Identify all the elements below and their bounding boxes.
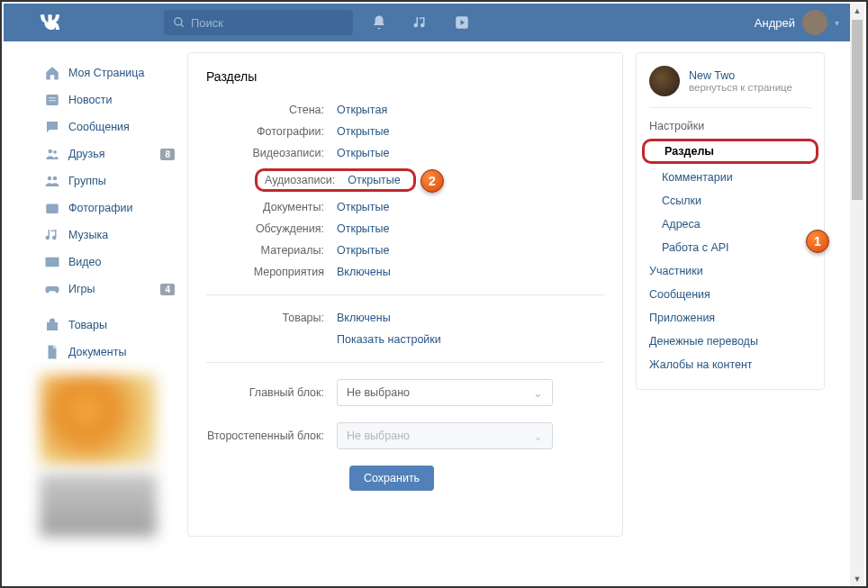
right-link-sections[interactable]: Разделы	[652, 145, 809, 158]
setting-label: Документы:	[206, 201, 337, 213]
nav-label: Моя Страница	[68, 67, 144, 79]
nav-item-video[interactable]: Видео	[40, 249, 175, 276]
setting-label: Обсуждения:	[206, 222, 337, 235]
right-link[interactable]: Ссылки	[637, 189, 824, 213]
nav-item-chat[interactable]: Сообщения	[40, 113, 175, 140]
nav-item-friends[interactable]: Друзья8	[40, 140, 175, 167]
search-icon	[173, 16, 185, 29]
setting-label: Аудиозаписи:	[261, 174, 348, 186]
nav-label: Друзья	[68, 148, 105, 160]
main-block-select[interactable]: Не выбрано ⌄	[337, 379, 553, 406]
nav-label: Фотографии	[68, 202, 132, 214]
user-avatar	[802, 10, 827, 35]
svg-rect-13	[46, 258, 48, 267]
groups-icon	[43, 172, 61, 190]
chevron-down-icon: ⌄	[533, 386, 543, 400]
news-icon	[43, 91, 61, 109]
svg-point-7	[53, 150, 57, 154]
badge: 8	[160, 149, 175, 160]
community-avatar	[649, 66, 680, 96]
right-link[interactable]: Комментарии	[637, 166, 824, 189]
nav-label: Музыка	[68, 229, 108, 241]
search-placeholder: Поиск	[191, 16, 223, 30]
play-icon[interactable]	[454, 14, 470, 31]
right-link[interactable]: Приложения	[637, 306, 824, 330]
setting-value[interactable]: Включены	[337, 266, 391, 278]
friends-icon	[43, 145, 61, 163]
svg-point-8	[48, 176, 52, 181]
bell-icon[interactable]	[371, 14, 387, 31]
setting-label: Стена:	[206, 104, 337, 116]
scroll-down-arrow[interactable]: ▼	[853, 574, 862, 583]
svg-rect-3	[46, 95, 59, 105]
home-icon	[43, 64, 61, 82]
nav-label: Видео	[68, 256, 102, 268]
setting-value[interactable]: Открытые	[337, 244, 390, 257]
search-input[interactable]: Поиск	[164, 10, 353, 35]
select-label-main: Главный блок:	[206, 386, 337, 399]
user-menu[interactable]: Андрей ▾	[755, 10, 839, 35]
video-icon	[43, 253, 61, 271]
right-link[interactable]: Участники	[637, 259, 824, 283]
svg-rect-14	[57, 258, 59, 267]
nav-item-games[interactable]: Игры4	[40, 276, 175, 303]
scrollbar[interactable]: ▲ ▼	[850, 4, 864, 586]
badge: 4	[160, 284, 175, 295]
top-icons	[371, 14, 470, 31]
right-link[interactable]: Работа с API	[637, 236, 824, 259]
nav-item-doc[interactable]: Документы	[40, 339, 175, 366]
nav-item-photo[interactable]: Фотографии	[40, 194, 175, 222]
secondary-block-select[interactable]: Не выбрано ⌄	[337, 422, 553, 449]
svg-point-9	[53, 176, 58, 181]
scroll-up-arrow[interactable]: ▲	[853, 6, 862, 15]
left-nav: Моя СтраницаНовостиСообщенияДрузья8Групп…	[40, 52, 175, 537]
setting-value[interactable]: Открытые	[337, 201, 390, 213]
setting-value[interactable]: Открытые	[337, 125, 390, 138]
right-link[interactable]: Жалобы на контент	[637, 353, 824, 376]
select-label-secondary: Второстепенный блок:	[206, 430, 337, 442]
setting-value-audio[interactable]: Открытые	[348, 174, 401, 186]
setting-label: Видеозаписи:	[206, 147, 337, 159]
nav-item-news[interactable]: Новости	[40, 86, 175, 113]
music-icon[interactable]	[412, 14, 429, 31]
nav-label: Сообщения	[68, 121, 130, 133]
scrollbar-thumb[interactable]	[852, 20, 863, 200]
setting-value-goods[interactable]: Включены	[337, 312, 391, 324]
right-link[interactable]: Сообщения	[637, 283, 824, 306]
doc-icon	[43, 343, 61, 361]
divider	[206, 362, 604, 363]
show-settings-link[interactable]: Показать настройки	[337, 333, 441, 346]
topbar: Поиск Андрей ▾	[4, 4, 850, 41]
nav-item-bag[interactable]: Товары	[40, 312, 175, 339]
setting-label-goods: Товары:	[206, 312, 337, 324]
setting-value[interactable]: Открытая	[337, 104, 387, 116]
divider	[206, 294, 604, 295]
nav-item-music[interactable]: Музыка	[40, 222, 175, 249]
setting-value[interactable]: Открытые	[337, 147, 390, 159]
right-link[interactable]: Денежные переводы	[637, 330, 824, 353]
main-panel: Разделы Стена:ОткрытаяФотографии:Открыты…	[187, 52, 623, 537]
right-panel: New Two вернуться к странице Настройки Р…	[636, 52, 825, 390]
right-link[interactable]: Адреса	[637, 213, 824, 236]
save-button[interactable]: Сохранить	[349, 466, 434, 491]
highlight-audio: Аудиозаписи: Открытые 2	[255, 168, 416, 192]
setting-value[interactable]: Открытые	[337, 222, 390, 235]
nav-label: Новости	[68, 94, 112, 106]
community-header[interactable]: New Two вернуться к странице	[637, 66, 824, 107]
setting-label: Материалы:	[206, 244, 337, 257]
ad-block[interactable]	[40, 375, 157, 465]
nav-item-home[interactable]: Моя Страница	[40, 59, 175, 86]
page-title: Разделы	[206, 69, 604, 84]
nav-label: Игры	[68, 283, 95, 295]
back-to-page-link[interactable]: вернуться к странице	[689, 82, 792, 93]
nav-item-groups[interactable]: Группы	[40, 167, 175, 194]
music-icon	[43, 226, 61, 244]
svg-point-0	[175, 18, 182, 25]
settings-section-label: Настройки	[637, 115, 824, 137]
photo-icon	[43, 199, 61, 217]
chat-icon	[43, 118, 61, 136]
setting-label: Мероприятия	[206, 266, 337, 278]
ad-block[interactable]	[40, 474, 157, 537]
games-icon	[43, 280, 61, 298]
vk-logo-icon[interactable]	[40, 10, 65, 35]
